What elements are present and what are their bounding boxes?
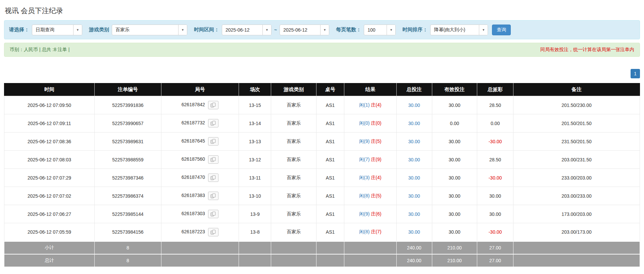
game-type-value: 百家乐 <box>112 27 178 33</box>
column-header: 结果 <box>344 83 396 96</box>
session-cell: 13-14 <box>239 114 271 132</box>
session-cell: 13-10 <box>239 187 271 205</box>
total-bet-link[interactable]: 30.00 <box>408 103 420 108</box>
game-type-cell: 百家乐 <box>271 151 316 169</box>
valid-bet-cell: 0.00 <box>432 114 477 132</box>
round-detail-button[interactable] <box>208 155 218 164</box>
game-type-cell: 百家乐 <box>271 114 316 132</box>
query-type-select[interactable]: 日期查询 ▼ <box>32 25 82 35</box>
round-cell: 626187732 <box>161 114 239 132</box>
page-size-select[interactable]: 100 ▼ <box>364 25 396 35</box>
column-header: 注单编号 <box>94 83 161 96</box>
total-bet-link[interactable]: 30.00 <box>408 139 420 144</box>
cards-icon <box>210 175 216 180</box>
game-type-cell: 百家乐 <box>271 187 316 205</box>
payout-cell: 0.00 <box>477 114 513 132</box>
banker-result: 庄(9) <box>371 157 381 162</box>
total-bet-link[interactable]: 30.00 <box>408 157 420 162</box>
round-detail-button[interactable] <box>208 173 218 182</box>
total-bet-link[interactable]: 30.00 <box>408 229 420 235</box>
total-bet-link[interactable]: 30.00 <box>408 175 420 181</box>
time-sort-value: 降幂(由大到小) <box>431 27 479 33</box>
footer-payout-cell: 27.00 <box>477 254 513 267</box>
time-cell: 2025-06-12 07:05:59 <box>4 223 95 241</box>
round-detail-button[interactable] <box>208 210 218 218</box>
total-bet-link[interactable]: 30.00 <box>408 193 420 199</box>
summary-bar: 币别：人民币 | 总共 :8 注单 | 同局有效投注，统一计算在该局第一张注单内 <box>4 43 640 57</box>
column-header: 局号 <box>161 83 239 96</box>
remark-cell: 203.00/233.00 <box>513 187 640 205</box>
banker-result: 庄(5) <box>371 193 381 198</box>
player-result: 闲(8) <box>359 193 369 198</box>
column-header: 有效投注 <box>432 83 477 96</box>
bet-id-cell: 522573988559 <box>94 151 161 169</box>
search-button[interactable]: 查询 <box>492 25 511 35</box>
game-type-cell: 百家乐 <box>271 96 316 114</box>
valid-bet-cell: 30.00 <box>432 96 477 114</box>
time-sort-label: 时间排序： <box>402 27 428 33</box>
date-to-value: 2025-06-12 <box>280 27 320 33</box>
total-bet-link[interactable]: 30.00 <box>408 121 420 126</box>
payout-cell: 28.50 <box>477 96 513 114</box>
time-cell: 2025-06-12 07:08:03 <box>4 151 95 169</box>
table-header-row: 时间注单编号局号场次游戏类别桌号结果总投注有效投注总派彩备注 <box>4 83 640 96</box>
currency-total-text: 币别：人民币 | 总共 :8 注单 | <box>10 47 69 53</box>
total-bet-cell: 30.00 <box>396 169 432 187</box>
cards-icon <box>210 103 216 108</box>
chevron-down-icon: ▼ <box>73 25 82 35</box>
date-range-separator: ~ <box>274 27 277 33</box>
notice-text: 同局有效投注，统一计算在该局第一张注单内 <box>540 47 634 53</box>
footer-total-bet-cell: 240.00 <box>396 241 432 254</box>
pagination-page-1-button[interactable]: 1 <box>631 69 640 78</box>
round-detail-button[interactable] <box>208 119 218 127</box>
date-from-select[interactable]: 2025-06-12 ▼ <box>222 25 271 35</box>
round-cell: 626187560 <box>161 151 239 169</box>
result-cell: 闲(8) 庄(7) <box>344 223 396 241</box>
date-to-select[interactable]: 2025-06-12 ▼ <box>280 25 329 35</box>
chevron-down-icon: ▼ <box>320 25 329 35</box>
session-cell: 13-11 <box>239 169 271 187</box>
payout-cell: 30.00 <box>477 187 513 205</box>
total-bet-link[interactable]: 30.00 <box>408 211 420 217</box>
game-type-select[interactable]: 百家乐 ▼ <box>112 25 187 35</box>
round-id: 626187303 <box>182 211 205 216</box>
table-row: 2025-06-12 07:05:59522573984156626187223… <box>4 223 640 241</box>
result-cell: 闲(7) 庄(9) <box>344 151 396 169</box>
footer-valid-bet-cell: 210.00 <box>432 241 477 254</box>
banker-result: 庄(0) <box>371 120 381 126</box>
payout-cell: -30.00 <box>477 169 513 187</box>
round-id: 626187223 <box>182 229 205 234</box>
payout-value: -30.00 <box>489 139 502 144</box>
filter-bar: 请选择： 日期查询 ▼ 游戏类别 百家乐 ▼ 时间区间： 2025-06-12 … <box>4 20 640 39</box>
round-detail-button[interactable] <box>208 192 218 200</box>
round-id: 626187645 <box>182 138 205 144</box>
footer-count-cell: 8 <box>94 254 161 267</box>
bet-id-cell: 522573987346 <box>94 169 161 187</box>
round-detail-button[interactable] <box>208 228 218 236</box>
session-cell: 13-13 <box>239 132 271 151</box>
footer-label-cell: 总计 <box>4 254 95 267</box>
session-cell: 13-8 <box>239 223 271 241</box>
round-detail-button[interactable] <box>208 101 218 109</box>
time-sort-select[interactable]: 降幂(由大到小) ▼ <box>430 25 488 35</box>
footer-valid-bet-cell: 210.00 <box>432 254 477 267</box>
banker-result: 庄(5) <box>371 139 381 144</box>
time-cell: 2025-06-12 07:07:29 <box>4 169 95 187</box>
query-type-label: 请选择： <box>9 27 29 33</box>
table-no-cell: AS1 <box>316 223 344 241</box>
result-cell: 闲(8) 庄(5) <box>344 187 396 205</box>
cards-icon <box>210 193 216 198</box>
footer-count-cell: 8 <box>94 241 161 254</box>
bet-table-foot: 小计8240.00210.0027.00总计8240.00210.0027.00 <box>4 241 640 267</box>
payout-cell: -30.00 <box>477 132 513 151</box>
session-cell: 13-9 <box>239 205 271 223</box>
valid-bet-cell: 30.00 <box>432 187 477 205</box>
query-type-value: 日期查询 <box>32 27 73 33</box>
table-no-cell: AS1 <box>316 132 344 151</box>
total-bet-cell: 30.00 <box>396 132 432 151</box>
remark-cell: 231.50/201.50 <box>513 132 640 151</box>
round-detail-button[interactable] <box>208 137 218 146</box>
result-cell: 闲(9) 庄(5) <box>344 132 396 151</box>
total-bet-cell: 30.00 <box>396 96 432 114</box>
chevron-down-icon: ▼ <box>178 25 187 35</box>
